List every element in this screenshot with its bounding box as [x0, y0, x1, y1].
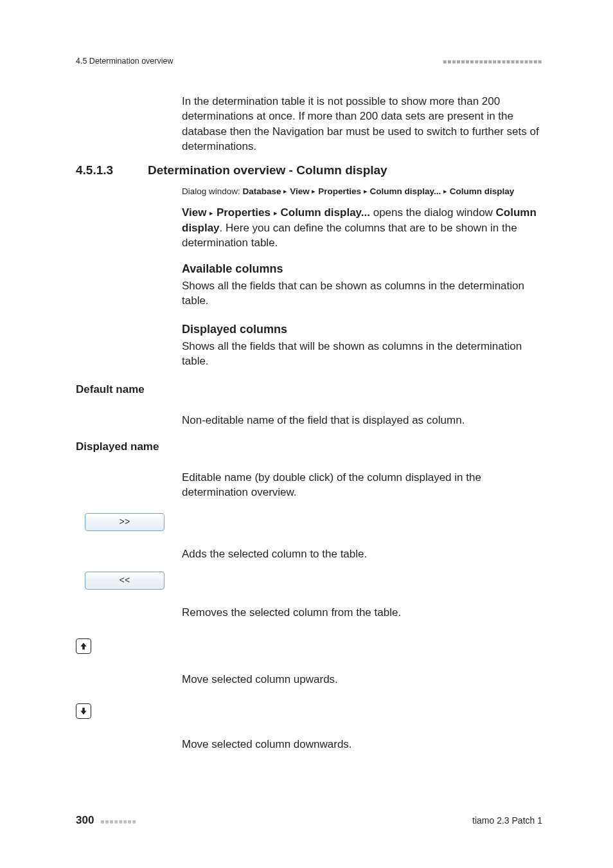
- section-number: 4.5.1.3: [76, 163, 129, 177]
- open-tail: . Here you can define the columns that a…: [182, 222, 517, 249]
- dialog-path-seg5: Column display: [450, 186, 515, 196]
- product-name: tiamo 2.3 Patch 1: [472, 815, 542, 826]
- intro-paragraph: In the determination table it is not pos…: [182, 94, 542, 154]
- move-down-desc: Move selected column downwards.: [182, 737, 542, 752]
- separator-icon: ▸: [209, 209, 213, 217]
- dialog-path-seg4: Column display...: [370, 186, 441, 196]
- dialog-path-seg3: Properties: [318, 186, 361, 196]
- separator-icon: ▸: [312, 187, 315, 195]
- open-after: opens the dialog window: [370, 206, 496, 219]
- dialog-path-seg2: View: [290, 186, 310, 196]
- default-name-desc: Non-editable name of the field that is d…: [182, 413, 542, 428]
- remove-column-button[interactable]: <<: [85, 572, 164, 590]
- open-paragraph: View ▸ Properties ▸ Column display... op…: [182, 205, 542, 250]
- remove-column-desc: Removes the selected column from the tab…: [182, 605, 542, 620]
- section-title: Determination overview - Column display: [148, 163, 387, 177]
- running-title: 4.5 Determination overview: [76, 57, 173, 66]
- displayed-columns-heading: Displayed columns: [182, 323, 542, 336]
- open-seg-view: View: [182, 206, 206, 219]
- move-up-desc: Move selected column upwards.: [182, 672, 542, 687]
- separator-icon: ▸: [443, 187, 447, 195]
- separator-icon: ▸: [283, 187, 287, 195]
- available-columns-body: Shows all the fields that can be shown a…: [182, 278, 542, 309]
- displayed-columns-body: Shows all the fields that will be shown …: [182, 339, 542, 369]
- open-seg-props: Properties: [217, 206, 271, 219]
- dialog-path-seg1: Database: [243, 186, 281, 196]
- move-down-button[interactable]: [76, 703, 91, 719]
- header-ornament: ■■■■■■■■■■■■■■■■■■■■■■: [443, 58, 542, 65]
- dialog-path-prefix: Dialog window:: [182, 186, 243, 196]
- default-name-label: Default name: [76, 383, 542, 396]
- move-up-button[interactable]: [76, 638, 91, 654]
- add-column-desc: Adds the selected column to the table.: [182, 547, 542, 561]
- add-column-button[interactable]: >>: [85, 513, 164, 531]
- open-seg-cd: Column display...: [280, 206, 369, 219]
- displayed-name-label: Displayed name: [76, 440, 542, 453]
- displayed-name-desc: Editable name (by double click) of the c…: [182, 470, 542, 500]
- arrow-down-icon: [79, 707, 88, 716]
- available-columns-heading: Available columns: [182, 262, 542, 276]
- separator-icon: ▸: [274, 209, 278, 217]
- page-number: 300: [76, 814, 94, 826]
- arrow-up-icon: [79, 642, 88, 651]
- footer-ornament: ■■■■■■■■: [100, 818, 136, 825]
- separator-icon: ▸: [364, 187, 368, 195]
- dialog-path: Dialog window: Database ▸ View ▸ Propert…: [182, 185, 542, 198]
